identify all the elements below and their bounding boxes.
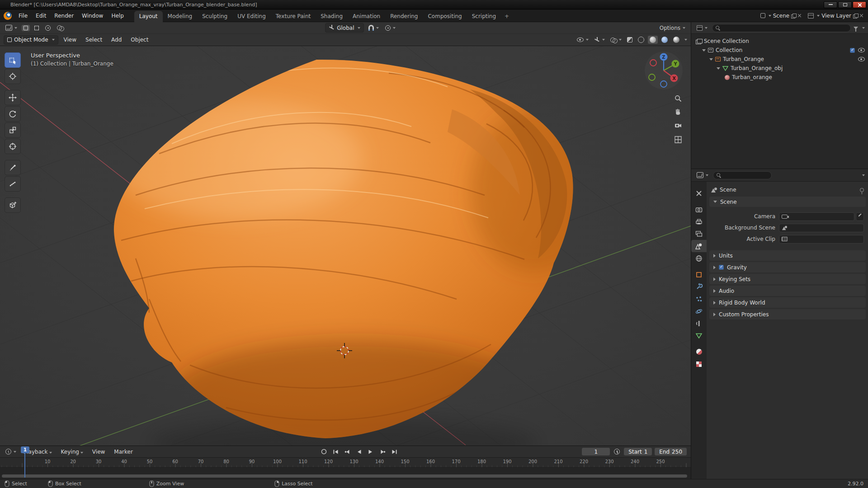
move-tool-button[interactable] xyxy=(5,90,21,105)
zoom-view-button[interactable] xyxy=(672,92,684,105)
tab-animation[interactable]: Animation xyxy=(348,11,385,22)
menu-edit[interactable]: Edit xyxy=(32,11,50,20)
chevron-down-icon[interactable] xyxy=(862,174,865,176)
tab-scripting[interactable]: Scripting xyxy=(467,11,501,22)
next-keyframe-button[interactable] xyxy=(377,448,387,456)
menu-timeline-view[interactable]: View xyxy=(89,447,108,456)
timeline-channel-area[interactable] xyxy=(0,468,691,479)
camera-field[interactable] xyxy=(779,212,854,221)
transform-orientation-dropdown[interactable]: Global xyxy=(325,23,364,33)
shading-material-button[interactable] xyxy=(660,36,670,44)
scale-tool-button[interactable] xyxy=(5,122,21,138)
add-cube-tool-button[interactable] xyxy=(5,197,21,213)
tab-rendering[interactable]: Rendering xyxy=(385,11,423,22)
outliner-search-input[interactable] xyxy=(712,24,851,32)
tab-world[interactable] xyxy=(691,252,707,264)
auto-keying-button[interactable] xyxy=(319,448,329,456)
options-dropdown[interactable]: Options xyxy=(658,24,687,32)
add-workspace-button[interactable]: + xyxy=(501,11,513,22)
jump-to-start-button[interactable] xyxy=(330,448,340,456)
tab-layout[interactable]: Layout xyxy=(134,11,163,22)
editor-type-button[interactable] xyxy=(4,24,19,32)
cursor-tool-button[interactable] xyxy=(5,69,21,84)
tab-modifiers[interactable] xyxy=(691,281,707,293)
tab-modeling[interactable]: Modeling xyxy=(163,11,198,22)
outliner-row-collection[interactable]: Collection xyxy=(691,46,868,55)
outliner-row-turban-orange[interactable]: Turban_Orange xyxy=(691,55,868,64)
menu-keying[interactable]: Keying xyxy=(57,447,87,456)
hide-in-viewport-icon[interactable] xyxy=(858,48,865,52)
expand-icon[interactable] xyxy=(702,49,706,52)
tab-texture[interactable] xyxy=(691,358,707,370)
menu-render[interactable]: Render xyxy=(50,11,78,20)
units-panel-header[interactable]: Units xyxy=(709,250,866,261)
tab-output[interactable] xyxy=(691,216,707,228)
tab-object-data[interactable] xyxy=(691,329,707,342)
mode-dropdown[interactable]: Object Mode xyxy=(4,35,58,45)
remove-view-layer-icon[interactable] xyxy=(859,14,863,18)
gravity-panel-header[interactable]: Gravity xyxy=(709,262,866,272)
current-frame-field[interactable]: 1 xyxy=(581,447,610,456)
new-scene-icon[interactable] xyxy=(791,14,796,18)
collection-checkbox[interactable] xyxy=(850,48,855,53)
overlays-dropdown[interactable] xyxy=(609,37,623,43)
tab-object[interactable] xyxy=(691,268,707,281)
timeline-editor-type-button[interactable] xyxy=(4,448,18,455)
menu-add[interactable]: Add xyxy=(108,35,125,44)
expand-icon[interactable] xyxy=(709,58,713,61)
3d-viewport[interactable]: User Perspective (1) Collection | Turban… xyxy=(0,46,691,446)
filter-icon[interactable] xyxy=(854,27,858,29)
active-clip-field[interactable] xyxy=(779,235,864,244)
select-box-tool-button[interactable] xyxy=(5,52,21,68)
play-button[interactable] xyxy=(366,448,376,456)
keying-sets-panel-header[interactable]: Keying Sets xyxy=(709,274,866,284)
rotate-tool-button[interactable] xyxy=(5,106,21,122)
properties-search-input[interactable] xyxy=(713,171,772,179)
outliner-row-scene-collection[interactable]: Scene Collection xyxy=(691,37,868,46)
blender-logo-icon[interactable] xyxy=(4,12,12,20)
timeline-ruler[interactable]: 1020304050607080901001101201301401501601… xyxy=(0,458,691,468)
select-mode-circle-button[interactable] xyxy=(43,24,52,32)
tab-view-layer[interactable] xyxy=(691,228,707,240)
menu-select[interactable]: Select xyxy=(82,35,106,44)
close-button[interactable] xyxy=(853,1,866,8)
new-view-layer-icon[interactable] xyxy=(853,14,858,18)
menu-object[interactable]: Object xyxy=(127,35,152,44)
hide-in-viewport-icon[interactable] xyxy=(858,57,865,61)
menu-file[interactable]: File xyxy=(14,11,32,20)
maximize-button[interactable] xyxy=(838,1,852,8)
menu-help[interactable]: Help xyxy=(107,11,127,20)
outliner-row-turban-orange-material[interactable]: Turban_orange xyxy=(691,73,868,82)
audio-panel-header[interactable]: Audio xyxy=(709,286,866,296)
frame-start-field[interactable]: Start 1 xyxy=(623,447,652,456)
xray-toggle-button[interactable] xyxy=(625,36,634,43)
shading-solid-button[interactable] xyxy=(648,36,658,44)
view-layer-selector[interactable]: View Layer xyxy=(808,13,863,19)
proportional-editing-button[interactable] xyxy=(383,24,397,32)
custom-properties-panel-header[interactable]: Custom Properties xyxy=(709,309,866,319)
shading-wireframe-button[interactable] xyxy=(636,36,646,44)
object-visibility-dropdown[interactable] xyxy=(575,37,590,43)
rigid-body-world-panel-header[interactable]: Rigid Body World xyxy=(709,297,866,308)
jump-to-end-button[interactable] xyxy=(389,448,399,456)
transform-tool-button[interactable] xyxy=(5,139,21,154)
tab-tool[interactable] xyxy=(691,187,707,199)
snap-toggle-button[interactable] xyxy=(367,24,381,32)
tab-sculpting[interactable]: Sculpting xyxy=(197,11,232,22)
chevron-down-icon[interactable] xyxy=(862,27,865,29)
outliner-editor-type-button[interactable] xyxy=(695,24,709,31)
select-mode-lasso-button[interactable] xyxy=(55,24,65,31)
tab-shading[interactable]: Shading xyxy=(316,11,348,22)
properties-editor-type-button[interactable] xyxy=(695,171,710,179)
navigation-gizmo[interactable]: Z Y X xyxy=(644,51,684,90)
unlink-scene-icon[interactable] xyxy=(797,14,802,18)
camera-view-button[interactable] xyxy=(672,119,684,132)
pan-view-button[interactable] xyxy=(672,106,684,118)
previous-keyframe-button[interactable] xyxy=(342,448,352,456)
outliner-row-turban-orange-obj[interactable]: Turban_Orange_obj xyxy=(691,64,868,73)
frame-end-field[interactable]: End 250 xyxy=(654,447,687,456)
toggle-orthographic-button[interactable] xyxy=(672,133,684,146)
annotate-tool-button[interactable] xyxy=(5,160,21,175)
shading-dropdown-icon[interactable] xyxy=(684,39,687,41)
eyedropper-icon[interactable] xyxy=(856,212,864,221)
